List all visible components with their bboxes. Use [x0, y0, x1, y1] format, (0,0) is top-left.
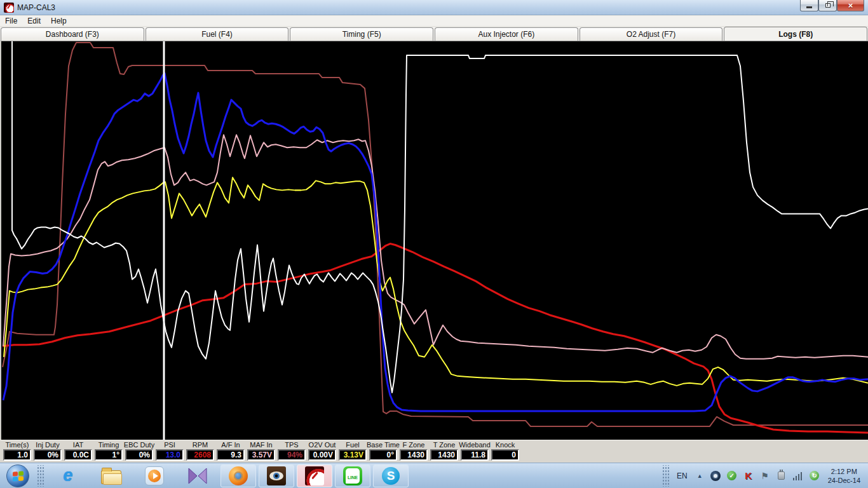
power-button[interactable]: [776, 470, 787, 482]
update-sync-button[interactable]: ↻: [809, 470, 820, 482]
telemetry-field-tps: TPS94%: [278, 440, 306, 461]
app-gauge-icon: [4, 3, 14, 13]
tab-timing[interactable]: Timing (F5): [290, 27, 433, 41]
close-button[interactable]: ×: [837, 0, 864, 11]
kmplayer-button[interactable]: [185, 464, 210, 487]
tab-dashboard[interactable]: Dashboard (F3): [1, 27, 144, 41]
line-button[interactable]: LINE: [335, 464, 370, 487]
telemetry-value-box: 0%: [125, 449, 153, 461]
telemetry-value-box: 13.0: [156, 449, 184, 461]
restore-icon: [825, 3, 831, 8]
telemetry-label: F Zone: [403, 440, 425, 449]
white-trace: [12, 41, 868, 393]
green-check-icon: ✓: [727, 471, 736, 480]
telemetry-label: O2V Out: [309, 440, 336, 449]
telemetry-value: 0°: [387, 451, 394, 459]
restore-button[interactable]: [818, 0, 837, 11]
telemetry-value-box: 1.0: [3, 449, 31, 461]
antivirus-status-button[interactable]: ✓: [726, 470, 738, 482]
telemetry-value: 94%: [287, 451, 302, 459]
log-chart-canvas: [1, 41, 868, 440]
action-center-button[interactable]: ⚑: [759, 470, 771, 482]
telemetry-field-ebc-duty: EBC Duty0%: [125, 440, 153, 461]
telemetry-value-box: 0°: [369, 449, 397, 461]
log-chart[interactable]: [0, 41, 868, 440]
system-tray: EN ▲ ✓ K ⚑ ↻ 2:12 PM 24-Dec-14: [660, 463, 868, 488]
telemetry-value: 3.57V: [252, 451, 272, 459]
clock-time: 2:12 PM: [828, 467, 860, 476]
telemetry-label: TPS: [285, 440, 298, 449]
telemetry-value-box: 0.0C: [64, 449, 92, 461]
firefox-button[interactable]: [220, 464, 256, 487]
flag-icon: ⚑: [761, 471, 769, 480]
mapcal-gauge-icon: [305, 466, 324, 485]
telemetry-label: IAT: [73, 440, 83, 449]
internet-explorer-button[interactable]: e: [55, 464, 81, 487]
telemetry-value: 3.13V: [344, 451, 363, 459]
telemetry-value-box: 94%: [278, 449, 306, 461]
telemetry-value: 0%: [139, 451, 150, 459]
language-indicator[interactable]: EN: [677, 471, 688, 480]
telemetry-value: 0.00V: [313, 451, 333, 459]
telemetry-field-a-f-in: A/F In9.3: [217, 440, 245, 461]
folder-icon: [101, 470, 121, 484]
title-bar: MAP-CAL3 ×: [0, 0, 868, 15]
telemetry-field-rpm: RPM2608: [186, 440, 214, 461]
telemetry-value: 1°: [112, 451, 119, 459]
skype-button[interactable]: S: [373, 464, 409, 487]
telemetry-field-psi: PSI13.0: [156, 440, 184, 461]
show-hidden-icons-button[interactable]: ▲: [697, 473, 703, 479]
red-trace: [3, 244, 868, 433]
telemetry-field-inj-duty: Inj Duty0%: [34, 440, 62, 461]
telemetry-value: 0.0C: [73, 451, 89, 459]
menu-item-edit[interactable]: Edit: [22, 16, 46, 26]
telemetry-label: Fuel: [346, 440, 359, 449]
telemetry-label: Knock: [496, 440, 515, 449]
telemetry-label: PSI: [164, 440, 175, 449]
telemetry-label: EBC Duty: [124, 440, 154, 449]
tab-aux[interactable]: Aux Injector (F6): [435, 27, 578, 41]
telemetry-field-wideband: Wideband11.8: [461, 440, 489, 461]
media-player-button[interactable]: [142, 464, 167, 487]
telemetry-value: 1430: [407, 451, 424, 459]
yellow-trace: [4, 177, 868, 386]
telemetry-value-box: 0%: [34, 449, 62, 461]
menu-item-file[interactable]: File: [0, 16, 22, 26]
telemetry-field-knock: Knock0: [491, 440, 519, 461]
telemetry-label: Timing: [98, 440, 119, 449]
start-button[interactable]: [6, 464, 29, 487]
telemetry-label: A/F In: [221, 440, 240, 449]
telemetry-value-box: 1°: [95, 449, 123, 461]
telemetry-value: 13.0: [166, 451, 180, 459]
network-button[interactable]: [792, 470, 804, 482]
telemetry-value-box: 0: [491, 449, 519, 461]
telemetry-field-maf-in: MAF In3.57V: [247, 440, 275, 461]
telemetry-label: Base Time: [367, 440, 400, 449]
sync-icon: ↻: [810, 471, 819, 480]
taskbar-clock[interactable]: 2:12 PM 24-Dec-14: [828, 467, 860, 485]
telemetry-label: Inj Duty: [36, 440, 59, 449]
tab-o2[interactable]: O2 Adjust (F7): [580, 27, 723, 41]
telemetry-value-box: 3.57V: [247, 449, 275, 461]
telemetry-value-box: 1430: [430, 449, 458, 461]
media-player-icon: [145, 466, 164, 485]
menu-item-help[interactable]: Help: [46, 16, 72, 26]
tab-fuel[interactable]: Fuel (F4): [146, 27, 289, 41]
windows-explorer-button[interactable]: [98, 464, 124, 487]
telemetry-label: MAF In: [250, 440, 272, 449]
blue-trace: [3, 73, 868, 411]
steam-tray-button[interactable]: [710, 470, 721, 482]
window-title: MAP-CAL3: [17, 3, 55, 12]
tab-logs[interactable]: Logs (F8): [724, 27, 867, 41]
minimize-button[interactable]: [800, 0, 818, 11]
line-icon: LINE: [343, 466, 362, 485]
telemetry-value-box: 3.13V: [339, 449, 367, 461]
mapcal-taskbar-button[interactable]: [297, 464, 332, 487]
eye-app-button[interactable]: [259, 464, 294, 487]
window-controls: ×: [800, 0, 864, 11]
telemetry-value: 9.3: [231, 451, 241, 459]
telemetry-value: 0: [512, 451, 516, 459]
telemetry-field-base-time: Base Time0°: [369, 440, 397, 461]
kaspersky-tray-button[interactable]: K: [743, 470, 754, 482]
clock-date: 24-Dec-14: [828, 476, 860, 485]
